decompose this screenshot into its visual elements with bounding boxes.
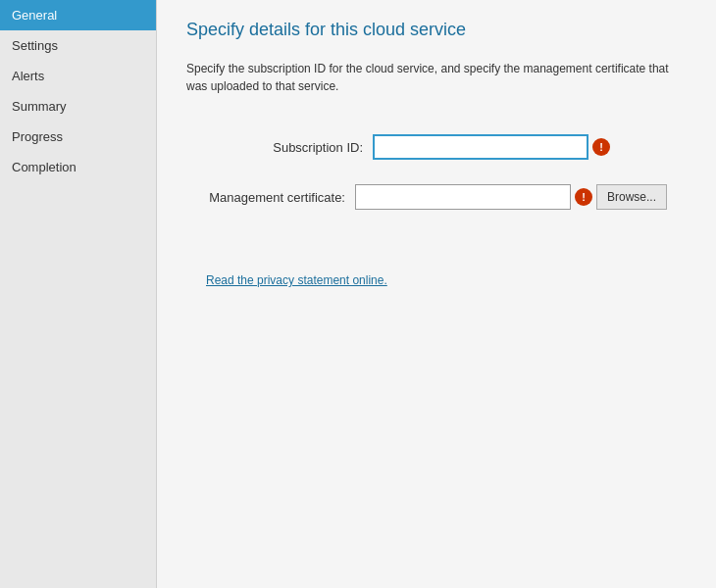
- form-section: Subscription ID: ! Management certificat…: [186, 124, 687, 244]
- subscription-id-input[interactable]: [373, 134, 588, 160]
- browse-button[interactable]: Browse...: [596, 184, 667, 210]
- sidebar-item-general[interactable]: General: [0, 0, 156, 30]
- sidebar-item-progress[interactable]: Progress: [0, 122, 156, 152]
- subscription-id-row: Subscription ID: !: [206, 134, 667, 160]
- management-cert-input[interactable]: [355, 184, 571, 210]
- subscription-id-input-wrapper: !: [373, 134, 610, 160]
- management-cert-row: Management certificate: ! Browse...: [206, 184, 667, 210]
- main-content: Specify details for this cloud service S…: [157, 0, 716, 588]
- sidebar-item-summary[interactable]: Summary: [0, 91, 156, 122]
- management-cert-warning-icon: !: [575, 188, 592, 206]
- description-text: Specify the subscription ID for the clou…: [186, 60, 677, 95]
- subscription-id-label: Subscription ID:: [206, 140, 373, 155]
- sidebar-item-settings[interactable]: Settings: [0, 30, 156, 61]
- sidebar-item-alerts[interactable]: Alerts: [0, 61, 156, 91]
- privacy-link[interactable]: Read the privacy statement online.: [206, 273, 387, 287]
- sidebar: General Settings Alerts Summary Progress…: [0, 0, 157, 588]
- management-cert-label: Management certificate:: [206, 190, 355, 205]
- page-title: Specify details for this cloud service: [186, 20, 687, 40]
- subscription-id-warning-icon: !: [592, 138, 610, 156]
- sidebar-item-completion[interactable]: Completion: [0, 152, 156, 182]
- management-cert-input-wrapper: ! Browse...: [355, 184, 667, 210]
